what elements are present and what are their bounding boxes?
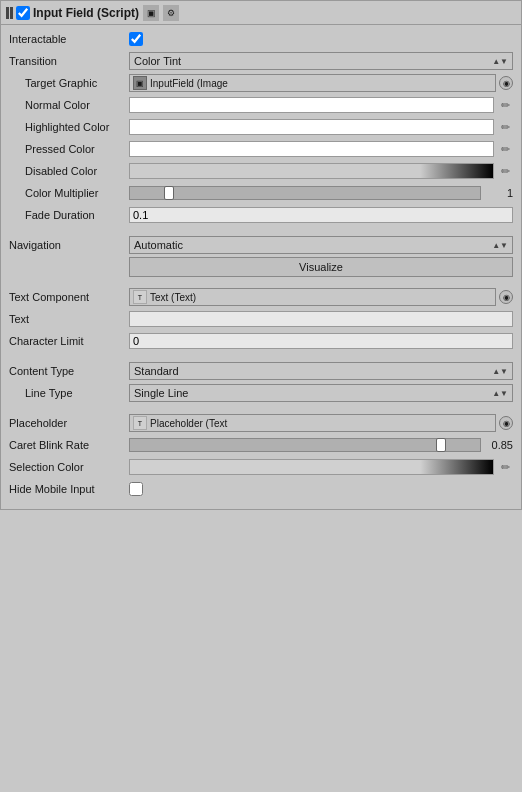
navigation-dropdown[interactable]: Automatic ▲▼ (129, 236, 513, 254)
interactable-field (129, 32, 513, 46)
highlighted-color-label: Highlighted Color (9, 121, 129, 133)
disabled-color-field-area: ✏ (129, 163, 513, 179)
inspector-icon[interactable]: ▣ (143, 5, 159, 21)
highlighted-color-swatch[interactable] (129, 119, 494, 135)
color-multiplier-field-area: 1 (129, 186, 513, 200)
fade-duration-row: Fade Duration (9, 205, 513, 225)
text-component-row: Text Component T Text (Text) ◉ (9, 287, 513, 307)
character-limit-input[interactable] (129, 333, 513, 349)
normal-color-label: Normal Color (9, 99, 129, 111)
caret-blink-rate-slider-container: 0.85 (129, 438, 513, 452)
character-limit-label: Character Limit (9, 335, 129, 347)
color-multiplier-slider-container: 1 (129, 186, 513, 200)
text-component-label: Text Component (9, 291, 129, 303)
content-type-label: Content Type (9, 365, 129, 377)
hide-mobile-input-field-area (129, 482, 513, 496)
selection-color-label: Selection Color (9, 461, 129, 473)
component-enabled-checkbox[interactable] (16, 6, 30, 20)
pressed-color-row: Pressed Color ✏ (9, 139, 513, 159)
navigation-row: Navigation Automatic ▲▼ (9, 235, 513, 255)
normal-color-swatch[interactable] (129, 97, 494, 113)
pause-icon[interactable] (6, 7, 13, 19)
fade-duration-label: Fade Duration (9, 209, 129, 221)
normal-color-row: Normal Color ✏ (9, 95, 513, 115)
target-graphic-field[interactable]: ▣ InputField (Image (129, 74, 496, 92)
settings-icon[interactable]: ⚙ (163, 5, 179, 21)
text-component-picker[interactable]: ◉ (499, 290, 513, 304)
component-title: Input Field (Script) (33, 6, 139, 20)
pressed-color-eyedropper[interactable]: ✏ (497, 141, 513, 157)
line-type-row: Line Type Single Line ▲▼ (9, 383, 513, 403)
target-graphic-picker[interactable]: ◉ (499, 76, 513, 90)
header-left: Input Field (Script) (6, 6, 139, 20)
navigation-field-area: Automatic ▲▼ (129, 236, 513, 254)
text-component-field[interactable]: T Text (Text) (129, 288, 496, 306)
hide-mobile-input-checkbox[interactable] (129, 482, 143, 496)
normal-color-eyedropper[interactable]: ✏ (497, 97, 513, 113)
character-limit-field-area (129, 333, 513, 349)
text-component-field-area: T Text (Text) ◉ (129, 288, 513, 306)
transition-row: Transition Color Tint ▲▼ (9, 51, 513, 71)
text-field-area (129, 311, 513, 327)
selection-color-swatch[interactable] (129, 459, 494, 475)
highlighted-color-eyedropper[interactable]: ✏ (497, 119, 513, 135)
text-input[interactable] (129, 311, 513, 327)
selection-color-eyedropper[interactable]: ✏ (497, 459, 513, 475)
pressed-color-swatch[interactable] (129, 141, 494, 157)
hide-mobile-input-label: Hide Mobile Input (9, 483, 129, 495)
panel-header: Input Field (Script) ▣ ⚙ (1, 1, 521, 25)
hide-mobile-input-row: Hide Mobile Input (9, 479, 513, 499)
disabled-color-row: Disabled Color ✏ (9, 161, 513, 181)
color-multiplier-slider[interactable] (129, 186, 481, 200)
disabled-color-label: Disabled Color (9, 165, 129, 177)
fade-duration-field-area (129, 207, 513, 223)
interactable-checkbox[interactable] (129, 32, 143, 46)
target-graphic-row: Target Graphic ▣ InputField (Image ◉ (9, 73, 513, 93)
transition-label: Transition (9, 55, 129, 67)
placeholder-field-area: T Placeholder (Text ◉ (129, 414, 513, 432)
color-multiplier-value: 1 (485, 187, 513, 199)
transition-field: Color Tint ▲▼ (129, 52, 513, 70)
disabled-color-eyedropper[interactable]: ✏ (497, 163, 513, 179)
navigation-dropdown-arrow: ▲▼ (492, 241, 508, 250)
line-type-label: Line Type (9, 387, 129, 399)
caret-blink-rate-slider[interactable] (129, 438, 481, 452)
text-component-icon: T (133, 290, 147, 304)
content-type-row: Content Type Standard ▲▼ (9, 361, 513, 381)
content-type-dropdown[interactable]: Standard ▲▼ (129, 362, 513, 380)
caret-blink-rate-row: Caret Blink Rate 0.85 (9, 435, 513, 455)
selection-color-row: Selection Color ✏ (9, 457, 513, 477)
placeholder-field[interactable]: T Placeholder (Text (129, 414, 496, 432)
placeholder-icon: T (133, 416, 147, 430)
caret-blink-rate-label: Caret Blink Rate (9, 439, 129, 451)
disabled-color-swatch[interactable] (129, 163, 494, 179)
content-type-dropdown-arrow: ▲▼ (492, 367, 508, 376)
visualize-row: Visualize (9, 257, 513, 277)
placeholder-row: Placeholder T Placeholder (Text ◉ (9, 413, 513, 433)
character-limit-row: Character Limit (9, 331, 513, 351)
color-multiplier-row: Color Multiplier 1 (9, 183, 513, 203)
color-multiplier-label: Color Multiplier (9, 187, 129, 199)
interactable-label: Interactable (9, 33, 129, 45)
navigation-label: Navigation (9, 239, 129, 251)
inspector-panel: Input Field (Script) ▣ ⚙ Interactable Tr… (0, 0, 522, 510)
interactable-row: Interactable (9, 29, 513, 49)
caret-blink-rate-field-area: 0.85 (129, 438, 513, 452)
placeholder-picker[interactable]: ◉ (499, 416, 513, 430)
transition-dropdown[interactable]: Color Tint ▲▼ (129, 52, 513, 70)
content-type-field-area: Standard ▲▼ (129, 362, 513, 380)
fade-duration-input[interactable] (129, 207, 513, 223)
highlighted-color-field-area: ✏ (129, 119, 513, 135)
highlighted-color-row: Highlighted Color ✏ (9, 117, 513, 137)
pressed-color-label: Pressed Color (9, 143, 129, 155)
panel-body: Interactable Transition Color Tint ▲▼ Ta… (1, 25, 521, 509)
pressed-color-field-area: ✏ (129, 141, 513, 157)
target-graphic-icon: ▣ (133, 76, 147, 90)
target-graphic-field-area: ▣ InputField (Image ◉ (129, 74, 513, 92)
placeholder-label: Placeholder (9, 417, 129, 429)
text-label: Text (9, 313, 129, 325)
visualize-field-area: Visualize (129, 257, 513, 277)
target-graphic-label: Target Graphic (9, 77, 129, 89)
line-type-dropdown[interactable]: Single Line ▲▼ (129, 384, 513, 402)
visualize-button[interactable]: Visualize (129, 257, 513, 277)
